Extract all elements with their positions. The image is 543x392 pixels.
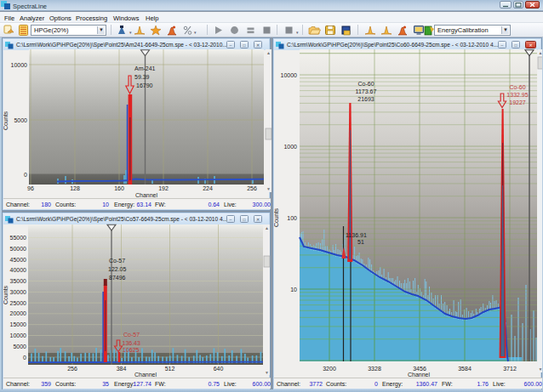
svg-text:Co-57: Co-57 xyxy=(109,258,125,264)
svg-text:136.43: 136.43 xyxy=(123,340,141,346)
svg-text:35000: 35000 xyxy=(10,278,27,284)
svg-text:Counts: Counts xyxy=(274,207,279,227)
svg-text:3328: 3328 xyxy=(368,366,381,372)
svg-text:5000: 5000 xyxy=(14,117,27,123)
svg-text:10000: 10000 xyxy=(281,72,298,78)
svg-text:Am-241: Am-241 xyxy=(134,65,156,71)
svg-text:55000: 55000 xyxy=(10,235,27,241)
svg-text:▼: ▼ xyxy=(266,186,271,191)
svg-text:3584: 3584 xyxy=(458,366,472,372)
svg-text:192: 192 xyxy=(158,185,169,191)
svg-text:1173.67: 1173.67 xyxy=(356,88,377,94)
svg-text:100: 100 xyxy=(287,215,297,221)
svg-text:160: 160 xyxy=(114,185,124,191)
svg-text:▲: ▲ xyxy=(265,225,269,230)
svg-text:224: 224 xyxy=(203,185,213,191)
svg-text:10000: 10000 xyxy=(11,62,28,68)
svg-text:Co-60: Co-60 xyxy=(509,84,525,90)
svg-text:21693: 21693 xyxy=(357,96,374,102)
svg-text:Channel: Channel xyxy=(408,372,431,378)
svg-text:10: 10 xyxy=(290,287,297,293)
svg-text:1136.91: 1136.91 xyxy=(346,232,367,238)
svg-text:▼: ▼ xyxy=(265,370,269,375)
svg-text:45000: 45000 xyxy=(10,257,27,263)
svg-text:256: 256 xyxy=(67,366,77,372)
svg-text:Counts: Counts xyxy=(3,285,9,304)
svg-text:10625: 10625 xyxy=(123,347,140,353)
svg-text:3712: 3712 xyxy=(503,366,517,372)
svg-text:3200: 3200 xyxy=(323,366,336,372)
svg-text:384: 384 xyxy=(117,366,127,372)
svg-text:96: 96 xyxy=(27,185,34,191)
svg-text:20000: 20000 xyxy=(10,310,27,316)
svg-text:51: 51 xyxy=(357,239,364,245)
svg-text:256: 256 xyxy=(247,185,257,191)
svg-text:0: 0 xyxy=(24,172,27,178)
svg-text:1000: 1000 xyxy=(283,144,297,150)
svg-text:10000: 10000 xyxy=(10,332,27,338)
svg-text:0: 0 xyxy=(23,355,26,361)
svg-text:640: 640 xyxy=(214,366,224,372)
svg-text:87496: 87496 xyxy=(109,275,126,281)
svg-text:Channel: Channel xyxy=(135,192,158,198)
svg-text:16790: 16790 xyxy=(136,82,153,88)
svg-text:3456: 3456 xyxy=(413,366,426,372)
svg-text:▲: ▲ xyxy=(266,50,271,55)
svg-text:Co-60: Co-60 xyxy=(357,81,374,87)
svg-text:Co-57: Co-57 xyxy=(123,332,140,338)
svg-text:50000: 50000 xyxy=(10,246,27,252)
svg-text:122.05: 122.05 xyxy=(108,266,127,272)
svg-text:59.39: 59.39 xyxy=(134,74,150,80)
svg-text:Channel: Channel xyxy=(134,372,157,378)
svg-text:25000: 25000 xyxy=(10,300,27,306)
svg-text:15000: 15000 xyxy=(10,321,27,327)
svg-text:1332.95: 1332.95 xyxy=(506,92,528,98)
svg-text:40000: 40000 xyxy=(10,267,27,273)
svg-text:19227: 19227 xyxy=(509,99,526,105)
svg-text:5000: 5000 xyxy=(13,344,26,349)
svg-text:128: 128 xyxy=(70,185,80,191)
svg-text:512: 512 xyxy=(165,366,175,372)
svg-text:30000: 30000 xyxy=(10,289,27,295)
svg-text:Counts: Counts xyxy=(3,111,9,130)
